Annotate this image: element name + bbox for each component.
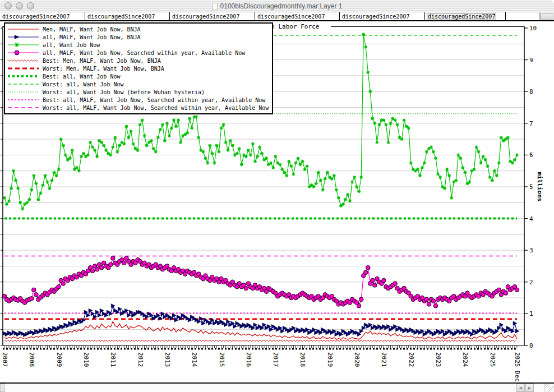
legend-label: Best: all, Want Job Now xyxy=(43,73,120,80)
legend-label: Worst: all, Want Job Now xyxy=(43,81,124,87)
svg-text:8: 8 xyxy=(529,88,533,95)
legend-swatch xyxy=(7,104,40,111)
legend-entry-9: Best: all, MALF, Want Job Now, Searched … xyxy=(7,96,269,104)
legend-swatch xyxy=(7,57,40,64)
legend-label: Worst: all, Want Job Now (before Wuhan h… xyxy=(43,89,205,95)
legend-label: Best: Men, MALF, Want Job Now, BNJA xyxy=(43,58,161,64)
scrollbar-left-cap xyxy=(0,384,5,392)
legend-label: Men, MALF, Want Job Now, BNJA xyxy=(43,26,141,33)
tab-label: discouragedSince2007 xyxy=(2,13,70,20)
horizontal-scrollbar[interactable]: ◀ ▶ xyxy=(0,384,554,392)
legend-entry-10: Worst: all, MALF, Want Job Now, Searched… xyxy=(7,104,269,112)
legend-entry-0: Men, MALF, Want Job Now, BNJA xyxy=(7,25,269,33)
title-wrap: 0100blsDiscouragedmonthly.mar:Layer 1 xyxy=(0,0,554,12)
svg-text:2018: 2018 xyxy=(299,352,306,367)
legend-swatch xyxy=(7,49,40,56)
svg-text:10: 10 xyxy=(529,25,537,32)
svg-text:0: 0 xyxy=(529,342,533,349)
svg-text:2010: 2010 xyxy=(82,352,90,367)
svg-text:9: 9 xyxy=(529,57,533,64)
legend-swatch xyxy=(7,96,40,103)
y-axis-right: 012345678910millions xyxy=(524,25,543,349)
svg-text:2017: 2017 xyxy=(272,352,279,367)
tab-label: discouragedSince2007 xyxy=(427,13,496,20)
tab-0[interactable]: discouragedSince2007 xyxy=(0,12,85,20)
legend-label: Worst: Men, MALF, Want Job Now, BNJA xyxy=(43,66,164,72)
svg-text:1: 1 xyxy=(529,310,533,317)
chart-canvas: 012345678910millions20072008200920102011… xyxy=(0,21,554,384)
legend-swatch xyxy=(7,26,40,33)
legend-entry-2: all, Want Job Now xyxy=(7,41,269,49)
legend-swatch xyxy=(7,89,40,95)
tab-label: discouragedSince2007 xyxy=(341,13,410,20)
svg-text:7: 7 xyxy=(529,120,533,127)
svg-text:2024: 2024 xyxy=(461,352,469,367)
resize-grip[interactable] xyxy=(544,384,554,392)
svg-text:4: 4 xyxy=(529,215,533,223)
legend-entry-5: Worst: Men, MALF, Want Job Now, BNJA xyxy=(7,64,269,72)
svg-text:2008: 2008 xyxy=(28,352,35,367)
legend-label: Worst: all, MALF, Want Job Now, Searched… xyxy=(43,105,269,111)
svg-text:2011: 2011 xyxy=(109,352,117,367)
series-men xyxy=(4,322,517,340)
svg-text:2014: 2014 xyxy=(191,352,198,367)
refline-best_men xyxy=(4,340,516,342)
svg-text:2021: 2021 xyxy=(380,352,387,367)
legend-entry-7: Worst: all, Want Job Now xyxy=(7,80,269,88)
legend-label: Best: all, MALF, Want Job Now, Searched … xyxy=(43,97,265,103)
scroll-left-button[interactable]: ◀ xyxy=(516,384,525,392)
svg-text:2007: 2007 xyxy=(1,352,8,367)
legend-swatch xyxy=(7,65,40,72)
scroll-right-button[interactable]: ▶ xyxy=(525,384,534,392)
x-axis-ticks xyxy=(4,345,517,348)
legend-swatch xyxy=(7,81,40,87)
tab-4[interactable]: discouragedSince2007 xyxy=(340,12,425,20)
svg-text:2023: 2023 xyxy=(435,352,442,367)
tab-bar: discouragedSince2007discouragedSince2007… xyxy=(0,12,554,21)
svg-text:5: 5 xyxy=(529,183,533,191)
tab-3[interactable]: discouragedSince2007 xyxy=(255,12,340,20)
triangle-markers xyxy=(3,304,519,337)
svg-text:2: 2 xyxy=(529,279,533,286)
tab-empty-space xyxy=(506,12,539,20)
tab-overflow-button[interactable] xyxy=(540,13,553,20)
legend-label: all, MALF, Want Job Now, Searched within… xyxy=(43,50,245,56)
svg-text:6: 6 xyxy=(529,151,533,159)
tab-label: discouragedSince2007 xyxy=(257,13,325,20)
window-title: 0100blsDiscouragedmonthly.mar:Layer 1 xyxy=(220,2,343,10)
svg-text:2012: 2012 xyxy=(137,352,144,367)
legend-swatch xyxy=(7,41,40,48)
svg-text:2015: 2015 xyxy=(218,352,225,367)
svg-text:2009: 2009 xyxy=(56,352,63,367)
svg-text:3: 3 xyxy=(529,247,533,254)
svg-text:2016: 2016 xyxy=(245,352,252,367)
legend-label: all, MALF, Want Job Now, BNJA xyxy=(43,34,141,40)
tab-label: discouragedSince2007 xyxy=(87,13,155,20)
x-axis-labels: 2007200820092010201120122013201420152016… xyxy=(1,352,521,382)
legend-entry-8: Worst: all, Want Job Now (before Wuhan h… xyxy=(7,88,269,96)
legend-entry-1: all, MALF, Want Job Now, BNJA xyxy=(7,33,269,41)
svg-text:2019: 2019 xyxy=(326,352,334,367)
legend-label: all, Want Job Now xyxy=(43,42,100,48)
legend-box: Men, MALF, Want Job Now, BNJAall, MALF, … xyxy=(4,22,273,114)
legend-swatch xyxy=(7,73,40,80)
document-icon xyxy=(212,3,218,10)
legend-swatch xyxy=(7,34,40,40)
legend-entry-6: Best: all, Want Job Now xyxy=(7,72,269,80)
tab-5[interactable]: discouragedSince2007 xyxy=(425,12,506,20)
series-all_malf xyxy=(3,304,519,337)
svg-text:2025: 2025 xyxy=(489,352,496,367)
app-window: 0100blsDiscouragedmonthly.mar:Layer 1 di… xyxy=(0,0,554,392)
title-bar[interactable]: 0100blsDiscouragedmonthly.mar:Layer 1 xyxy=(0,0,554,12)
x-axis-end-label: 2025 Dec xyxy=(514,352,521,382)
tab-label: discouragedSince2007 xyxy=(172,13,240,20)
tab-1[interactable]: discouragedSince2007 xyxy=(85,12,170,20)
svg-text:2013: 2013 xyxy=(164,352,171,367)
legend-entry-4: Best: Men, MALF, Want Job Now, BNJA xyxy=(7,57,269,64)
svg-text:2020: 2020 xyxy=(353,352,361,367)
legend-entry-3: all, MALF, Want Job Now, Searched within… xyxy=(7,49,269,57)
tab-bar-right xyxy=(539,12,554,20)
y-axis-title: millions xyxy=(536,172,543,202)
tab-2[interactable]: discouragedSince2007 xyxy=(170,12,255,20)
svg-text:2022: 2022 xyxy=(408,352,415,367)
